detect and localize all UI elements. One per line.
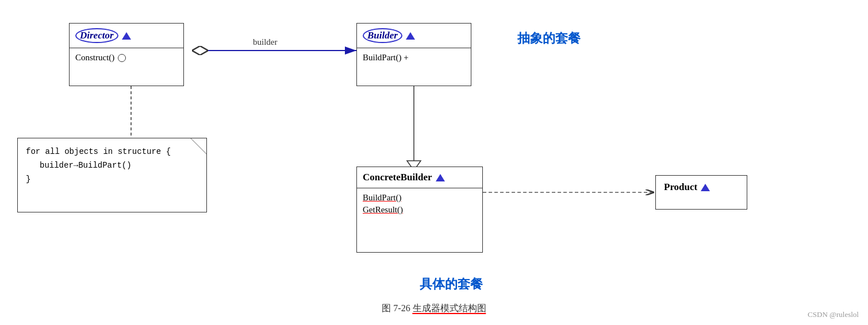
figure-caption: 图 7-26 生成器模式结构图 — [382, 303, 486, 315]
note-corner — [190, 138, 206, 154]
concrete-builder-triangle — [436, 174, 445, 181]
lollipop-icon — [118, 54, 126, 62]
director-method: Construct() — [75, 53, 114, 63]
concrete-method-1: BuildPart() — [363, 193, 477, 203]
note-line-3: } — [26, 173, 198, 187]
concrete-builder-body: BuildPart() GetResult() — [357, 188, 482, 222]
builder-box: Builder BuildPart() + — [356, 23, 471, 86]
note-content: for all objects in structure { builder→B… — [26, 145, 198, 186]
abstract-label: 抽象的套餐 — [517, 30, 581, 47]
builder-triangle — [406, 32, 415, 40]
figure-number: 图 7-26 — [382, 303, 412, 313]
product-header: Product — [656, 176, 747, 199]
concrete-method-2: GetResult() — [363, 205, 477, 215]
figure-title: 生成器模式结构图 — [413, 303, 486, 314]
concrete-label: 具体的套餐 — [420, 276, 483, 293]
builder-header: Builder — [357, 24, 471, 48]
builder-method: BuildPart() + — [363, 53, 409, 62]
director-triangle — [122, 32, 131, 40]
concrete-builder-name: ConcreteBuilder — [363, 172, 432, 183]
svg-text:builder: builder — [253, 37, 278, 47]
note-box: for all objects in structure { builder→B… — [17, 138, 207, 212]
note-line-1: for all objects in structure { — [26, 145, 198, 159]
product-triangle — [701, 184, 710, 191]
product-name: Product — [664, 181, 697, 193]
director-name: Director — [75, 28, 118, 43]
director-header: Director — [70, 24, 183, 48]
builder-name: Builder — [363, 28, 402, 43]
director-body: Construct() — [70, 48, 183, 67]
builder-body: BuildPart() + — [357, 48, 471, 67]
note-line-2: builder→BuildPart() — [26, 159, 198, 173]
csdn-watermark: CSDN @ruleslol — [808, 310, 859, 319]
director-box: Director Construct() — [69, 23, 184, 86]
concrete-builder-header: ConcreteBuilder — [357, 167, 482, 188]
diagram-container: builder Director Construct() Builder Bui… — [0, 0, 868, 325]
concrete-builder-box: ConcreteBuilder BuildPart() GetResult() — [356, 167, 483, 253]
product-box: Product — [655, 175, 747, 210]
